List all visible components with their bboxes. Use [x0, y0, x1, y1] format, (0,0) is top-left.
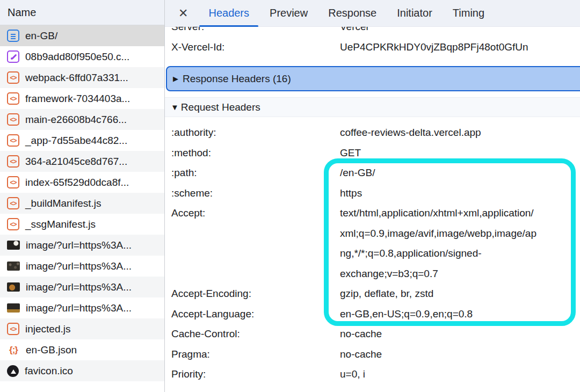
script-icon: [7, 155, 19, 168]
json-icon: [7, 344, 20, 357]
request-headers-section[interactable]: ▼ Request Headers: [165, 97, 580, 117]
request-name: en-GB/: [25, 30, 57, 42]
request-list-item[interactable]: main-e26608b4c766...: [0, 109, 164, 130]
request-name: image/?url=https%3A...: [26, 281, 132, 293]
header-row: Server: Vercel: [165, 27, 580, 37]
headers-content: Server: Vercel X-Vercel-Id: UeP4CPKRkHDY…: [165, 27, 580, 392]
request-name: image/?url=https%3A...: [26, 302, 132, 314]
header-value: Vercel: [340, 27, 368, 37]
request-name: 364-a21045ce8d767...: [25, 156, 127, 168]
header-name: X-Vercel-Id:: [165, 37, 340, 57]
close-icon[interactable]: ✕: [178, 8, 188, 19]
collapsed-arrow-icon: ▶: [173, 75, 178, 83]
header-value-line: xml;q=0.9,image/avif,image/webp,image/ap: [340, 223, 536, 244]
request-name: _ssgManifest.js: [25, 219, 96, 230]
response-headers-label: Response Headers (16): [183, 73, 291, 85]
header-row: Accept-Encoding: gzip, deflate, br, zstd: [165, 284, 580, 304]
response-headers-section[interactable]: ▶ Response Headers (16): [166, 66, 580, 91]
request-list-item[interactable]: _app-7d55abe44c82...: [0, 130, 164, 151]
header-name: Pragma:: [165, 344, 340, 365]
header-value-line: text/html,application/xhtml+xml,applicat…: [340, 203, 536, 223]
request-list: en-GB/ 08b9add80f950e50.c... webpack-6ff…: [0, 25, 164, 381]
document-icon: [7, 30, 19, 42]
header-row: Priority: u=0, i: [165, 364, 580, 384]
request-name: favicon.ico: [25, 365, 73, 377]
tab-response[interactable]: Response: [328, 0, 376, 27]
favicon-icon: [7, 365, 19, 377]
header-row: Accept-Language: en-GB,en-US;q=0.9,en;q=…: [165, 304, 580, 324]
request-list-item[interactable]: 364-a21045ce8d767...: [0, 151, 164, 172]
header-row: Pragma: no-cache: [165, 344, 580, 365]
request-headers-label: Request Headers: [181, 101, 260, 113]
request-list-item[interactable]: en-GB/: [0, 25, 164, 46]
image-thumbnail: [7, 262, 20, 271]
request-name: _app-7d55abe44c82...: [25, 135, 127, 147]
expanded-arrow-icon: ▼: [171, 103, 179, 112]
image-thumbnail: [7, 303, 20, 313]
script-icon: [7, 134, 19, 147]
header-value: no-cache: [340, 324, 382, 344]
request-name: _buildManifest.js: [25, 198, 102, 209]
request-name: image/?url=https%3A...: [26, 239, 132, 251]
request-list-item[interactable]: _buildManifest.js: [0, 193, 164, 214]
tab-initiator[interactable]: Initiator: [397, 0, 432, 27]
header-name: :method:: [165, 143, 340, 163]
request-name: en-GB.json: [26, 344, 77, 356]
header-value: u=0, i: [340, 364, 365, 384]
request-list-item[interactable]: favicon.ico: [0, 360, 164, 381]
request-name: injected.js: [25, 323, 71, 335]
request-details-panel: ✕ HeadersPreviewResponseInitiatorTiming …: [165, 0, 580, 392]
header-name: Accept-Encoding:: [165, 284, 340, 304]
request-list-item[interactable]: image/?url=https%3A...: [0, 256, 164, 277]
request-name: framework-7034403a...: [25, 93, 130, 105]
header-value: UeP4CPKRkHDY0vjZBqp8PFj48ot0GfUn: [340, 37, 528, 57]
request-list-item[interactable]: image/?url=https%3A...: [0, 235, 164, 256]
header-name: :scheme:: [165, 183, 340, 204]
header-value: gzip, deflate, br, zstd: [340, 284, 433, 304]
tab-preview[interactable]: Preview: [270, 0, 308, 27]
name-column-label: Name: [8, 6, 36, 19]
request-list-item[interactable]: en-GB.json: [0, 339, 164, 360]
request-list-sidebar: Name en-GB/ 08b9add80f950e50.c... webpac…: [0, 0, 165, 392]
header-row: :scheme: https: [165, 183, 580, 204]
request-list-item[interactable]: webpack-6ffd07a331...: [0, 67, 164, 88]
header-value: https: [340, 183, 362, 204]
header-name: Accept:: [165, 203, 340, 223]
request-list-item[interactable]: image/?url=https%3A...: [0, 277, 164, 297]
request-name: main-e26608b4c766...: [25, 114, 127, 126]
header-name: :authority:: [165, 122, 340, 143]
script-icon: [7, 176, 19, 188]
request-list-item[interactable]: _ssgManifest.js: [0, 214, 164, 235]
stylesheet-icon: [7, 50, 19, 63]
request-name: image/?url=https%3A...: [26, 260, 132, 272]
request-list-item[interactable]: index-65f529d0dca8f...: [0, 172, 164, 193]
devtools-network-panel: Name en-GB/ 08b9add80f950e50.c... webpac…: [0, 0, 580, 392]
request-name: 08b9add80f950e50.c...: [25, 51, 129, 63]
script-icon: [7, 113, 19, 126]
header-value: coffee-reviews-delta.vercel.app: [340, 122, 481, 143]
request-list-item[interactable]: injected.js: [0, 318, 164, 339]
header-value-line: ng,*/*;q=0.8,application/signed-: [340, 243, 536, 264]
request-list-item[interactable]: image/?url=https%3A...: [0, 297, 164, 318]
header-name: Priority:: [165, 364, 340, 384]
request-name: webpack-6ffd07a331...: [25, 72, 128, 84]
request-list-item[interactable]: framework-7034403a...: [0, 88, 164, 109]
script-icon: [7, 197, 19, 209]
header-value: en-GB,en-US;q=0.9,en;q=0.8: [340, 304, 473, 324]
request-list-item[interactable]: 08b9add80f950e50.c...: [0, 46, 164, 67]
header-value-line: exchange;v=b3;q=0.7: [340, 264, 536, 284]
details-tab-bar: ✕ HeadersPreviewResponseInitiatorTiming: [165, 0, 580, 27]
header-row: X-Vercel-Id: UeP4CPKRkHDY0vjZBqp8PFj48ot…: [165, 37, 580, 57]
header-row: :method: GET: [165, 143, 580, 163]
name-column-header[interactable]: Name: [0, 0, 164, 25]
header-name: Cache-Control:: [165, 324, 340, 344]
header-value: text/html,application/xhtml+xml,applicat…: [340, 203, 536, 284]
request-name: index-65f529d0dca8f...: [25, 177, 129, 188]
script-icon: [7, 218, 19, 230]
header-value: GET: [340, 143, 361, 163]
header-row: Accept: text/html,application/xhtml+xml,…: [165, 203, 580, 284]
tab-headers[interactable]: Headers: [208, 0, 249, 27]
header-row: :authority: coffee-reviews-delta.vercel.…: [165, 122, 580, 143]
header-name: Accept-Language:: [165, 304, 340, 324]
tab-timing[interactable]: Timing: [453, 0, 484, 27]
